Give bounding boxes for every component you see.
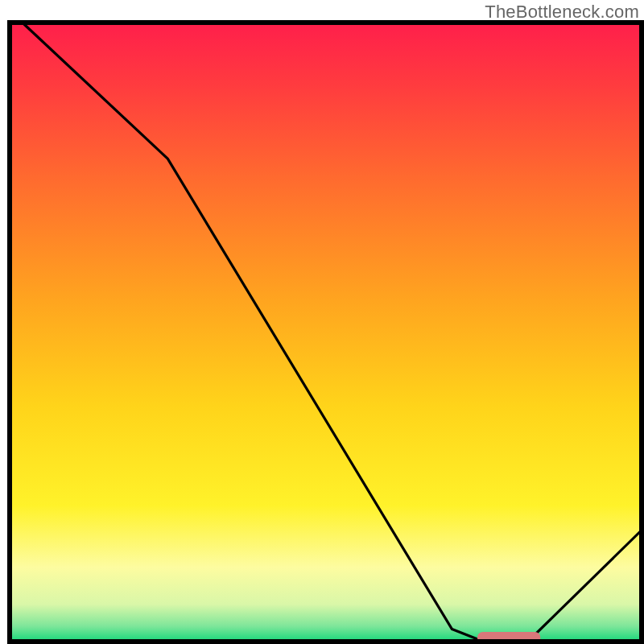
chart-frame: TheBottleneck.com: [0, 0, 644, 644]
gradient-background: [10, 23, 642, 642]
bottleneck-chart: [0, 0, 644, 644]
watermark-text: TheBottleneck.com: [485, 2, 639, 23]
